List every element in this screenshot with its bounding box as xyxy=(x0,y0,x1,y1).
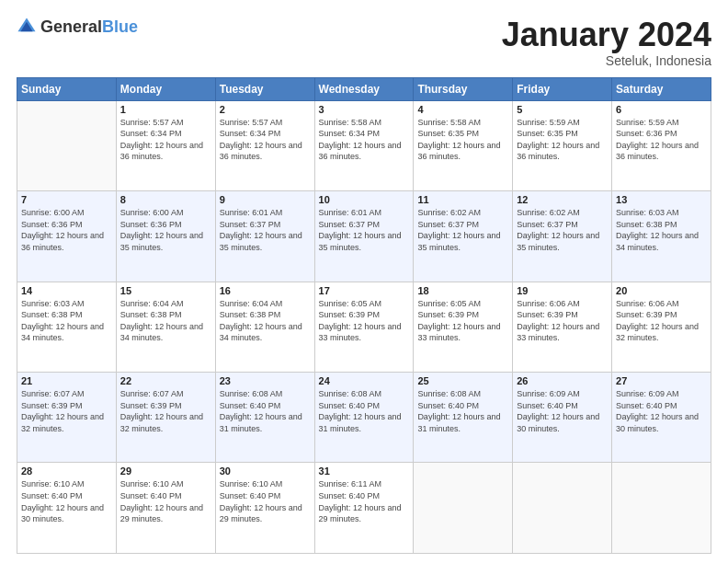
day-info: Sunrise: 6:00 AMSunset: 6:36 PMDaylight:… xyxy=(21,207,112,253)
calendar-cell: 4Sunrise: 5:58 AMSunset: 6:35 PMDaylight… xyxy=(414,100,513,190)
calendar-cell: 23Sunrise: 6:08 AMSunset: 6:40 PMDayligh… xyxy=(215,373,314,463)
day-info: Sunrise: 6:03 AMSunset: 6:38 PMDaylight:… xyxy=(616,207,707,253)
calendar-cell: 20Sunrise: 6:06 AMSunset: 6:39 PMDayligh… xyxy=(612,282,711,372)
col-friday: Friday xyxy=(513,77,612,100)
calendar-cell: 5Sunrise: 5:59 AMSunset: 6:35 PMDaylight… xyxy=(513,100,612,190)
day-info: Sunrise: 6:04 AMSunset: 6:38 PMDaylight:… xyxy=(220,298,311,344)
calendar-cell: 8Sunrise: 6:00 AMSunset: 6:36 PMDaylight… xyxy=(116,191,215,282)
day-number: 11 xyxy=(417,194,508,205)
calendar-cell: 25Sunrise: 6:08 AMSunset: 6:40 PMDayligh… xyxy=(414,373,513,463)
calendar-cell xyxy=(513,463,612,554)
calendar-cell: 21Sunrise: 6:07 AMSunset: 6:39 PMDayligh… xyxy=(17,373,117,463)
calendar-cell: 30Sunrise: 6:10 AMSunset: 6:40 PMDayligh… xyxy=(215,463,314,554)
day-info: Sunrise: 5:58 AMSunset: 6:35 PMDaylight:… xyxy=(417,117,508,163)
day-number: 16 xyxy=(220,285,311,296)
logo-text: GeneralBlue xyxy=(40,17,138,37)
calendar-header-row: Sunday Monday Tuesday Wednesday Thursday… xyxy=(17,77,711,100)
day-info: Sunrise: 5:57 AMSunset: 6:34 PMDaylight:… xyxy=(220,117,311,163)
day-number: 21 xyxy=(21,375,112,386)
day-number: 20 xyxy=(616,285,707,296)
day-number: 27 xyxy=(616,375,707,386)
calendar-cell: 14Sunrise: 6:03 AMSunset: 6:38 PMDayligh… xyxy=(17,282,117,372)
col-saturday: Saturday xyxy=(612,77,711,100)
day-info: Sunrise: 6:05 AMSunset: 6:39 PMDaylight:… xyxy=(417,298,508,344)
calendar-cell: 9Sunrise: 6:01 AMSunset: 6:37 PMDaylight… xyxy=(215,191,314,282)
week-row-5: 28Sunrise: 6:10 AMSunset: 6:40 PMDayligh… xyxy=(17,463,711,554)
day-info: Sunrise: 6:11 AMSunset: 6:40 PMDaylight:… xyxy=(319,478,410,524)
day-info: Sunrise: 6:07 AMSunset: 6:39 PMDaylight:… xyxy=(21,388,112,434)
day-number: 19 xyxy=(517,285,608,296)
day-info: Sunrise: 6:07 AMSunset: 6:39 PMDaylight:… xyxy=(120,388,211,434)
logo-general: General xyxy=(40,17,102,36)
day-number: 28 xyxy=(21,465,112,477)
day-info: Sunrise: 5:59 AMSunset: 6:35 PMDaylight:… xyxy=(517,117,608,163)
calendar-cell: 22Sunrise: 6:07 AMSunset: 6:39 PMDayligh… xyxy=(116,373,215,463)
day-number: 23 xyxy=(220,375,311,386)
day-number: 30 xyxy=(220,465,311,477)
calendar-cell: 13Sunrise: 6:03 AMSunset: 6:38 PMDayligh… xyxy=(612,191,711,282)
day-info: Sunrise: 6:08 AMSunset: 6:40 PMDaylight:… xyxy=(319,388,410,434)
location-subtitle: Seteluk, Indonesia xyxy=(502,53,711,68)
day-info: Sunrise: 6:10 AMSunset: 6:40 PMDaylight:… xyxy=(120,478,211,524)
day-info: Sunrise: 6:04 AMSunset: 6:38 PMDaylight:… xyxy=(120,298,211,344)
day-number: 31 xyxy=(319,465,410,477)
calendar-cell: 31Sunrise: 6:11 AMSunset: 6:40 PMDayligh… xyxy=(314,463,414,554)
day-info: Sunrise: 6:00 AMSunset: 6:36 PMDaylight:… xyxy=(120,207,211,253)
header: GeneralBlue January 2024 Seteluk, Indone… xyxy=(17,17,711,68)
month-title: January 2024 xyxy=(502,17,711,53)
calendar-cell: 16Sunrise: 6:04 AMSunset: 6:38 PMDayligh… xyxy=(215,282,314,372)
day-info: Sunrise: 6:08 AMSunset: 6:40 PMDaylight:… xyxy=(220,388,311,434)
col-wednesday: Wednesday xyxy=(314,77,414,100)
day-info: Sunrise: 6:10 AMSunset: 6:40 PMDaylight:… xyxy=(220,478,311,524)
day-number: 25 xyxy=(417,375,508,386)
calendar-cell: 2Sunrise: 5:57 AMSunset: 6:34 PMDaylight… xyxy=(215,100,314,190)
day-number: 12 xyxy=(517,194,608,205)
day-number: 22 xyxy=(120,375,211,386)
day-number: 14 xyxy=(21,285,112,296)
calendar-cell xyxy=(612,463,711,554)
logo-icon xyxy=(17,17,37,37)
day-number: 17 xyxy=(319,285,410,296)
title-block: January 2024 Seteluk, Indonesia xyxy=(502,17,711,68)
week-row-1: 1Sunrise: 5:57 AMSunset: 6:34 PMDaylight… xyxy=(17,100,711,190)
page: GeneralBlue January 2024 Seteluk, Indone… xyxy=(0,0,728,563)
day-info: Sunrise: 6:06 AMSunset: 6:39 PMDaylight:… xyxy=(517,298,608,344)
day-number: 4 xyxy=(417,104,508,115)
day-number: 26 xyxy=(517,375,608,386)
calendar-cell xyxy=(17,100,117,190)
day-number: 7 xyxy=(21,194,112,205)
day-number: 24 xyxy=(319,375,410,386)
calendar-cell: 12Sunrise: 6:02 AMSunset: 6:37 PMDayligh… xyxy=(513,191,612,282)
day-number: 29 xyxy=(120,465,211,477)
day-info: Sunrise: 6:06 AMSunset: 6:39 PMDaylight:… xyxy=(616,298,707,344)
calendar-cell: 29Sunrise: 6:10 AMSunset: 6:40 PMDayligh… xyxy=(116,463,215,554)
calendar-cell: 17Sunrise: 6:05 AMSunset: 6:39 PMDayligh… xyxy=(314,282,414,372)
calendar-cell: 6Sunrise: 5:59 AMSunset: 6:36 PMDaylight… xyxy=(612,100,711,190)
col-tuesday: Tuesday xyxy=(215,77,314,100)
day-info: Sunrise: 6:10 AMSunset: 6:40 PMDaylight:… xyxy=(21,478,112,524)
calendar-cell: 18Sunrise: 6:05 AMSunset: 6:39 PMDayligh… xyxy=(414,282,513,372)
calendar-table: Sunday Monday Tuesday Wednesday Thursday… xyxy=(17,77,711,554)
col-monday: Monday xyxy=(116,77,215,100)
week-row-4: 21Sunrise: 6:07 AMSunset: 6:39 PMDayligh… xyxy=(17,373,711,463)
day-number: 10 xyxy=(319,194,410,205)
calendar-cell: 28Sunrise: 6:10 AMSunset: 6:40 PMDayligh… xyxy=(17,463,117,554)
day-number: 18 xyxy=(417,285,508,296)
day-info: Sunrise: 6:02 AMSunset: 6:37 PMDaylight:… xyxy=(517,207,608,253)
day-info: Sunrise: 6:02 AMSunset: 6:37 PMDaylight:… xyxy=(417,207,508,253)
col-sunday: Sunday xyxy=(17,77,117,100)
day-info: Sunrise: 6:01 AMSunset: 6:37 PMDaylight:… xyxy=(220,207,311,253)
day-number: 9 xyxy=(220,194,311,205)
calendar-cell: 11Sunrise: 6:02 AMSunset: 6:37 PMDayligh… xyxy=(414,191,513,282)
calendar-cell: 24Sunrise: 6:08 AMSunset: 6:40 PMDayligh… xyxy=(314,373,414,463)
calendar-cell xyxy=(414,463,513,554)
calendar-cell: 15Sunrise: 6:04 AMSunset: 6:38 PMDayligh… xyxy=(116,282,215,372)
day-info: Sunrise: 5:58 AMSunset: 6:34 PMDaylight:… xyxy=(319,117,410,163)
day-info: Sunrise: 6:01 AMSunset: 6:37 PMDaylight:… xyxy=(319,207,410,253)
day-info: Sunrise: 6:08 AMSunset: 6:40 PMDaylight:… xyxy=(417,388,508,434)
day-info: Sunrise: 6:05 AMSunset: 6:39 PMDaylight:… xyxy=(319,298,410,344)
day-info: Sunrise: 6:09 AMSunset: 6:40 PMDaylight:… xyxy=(616,388,707,434)
day-info: Sunrise: 5:59 AMSunset: 6:36 PMDaylight:… xyxy=(616,117,707,163)
col-thursday: Thursday xyxy=(414,77,513,100)
day-number: 1 xyxy=(120,104,211,115)
